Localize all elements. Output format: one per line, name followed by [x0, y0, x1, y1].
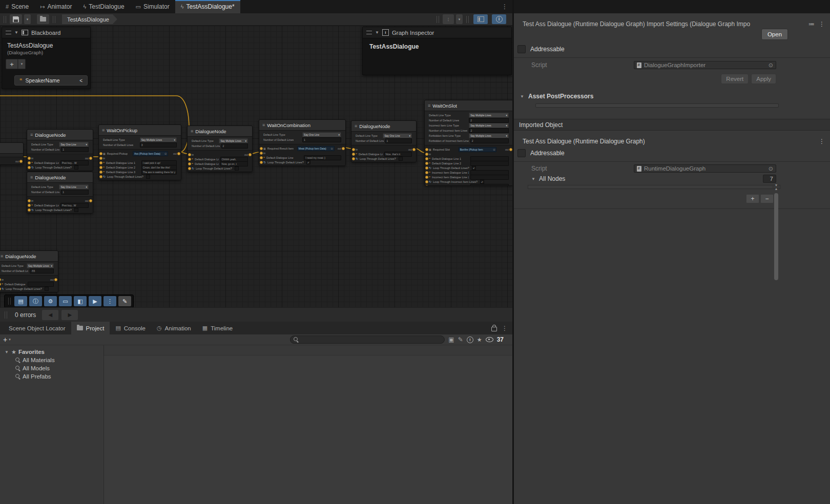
text-field[interactable] — [470, 184, 509, 186]
checkbox[interactable]: ✓ — [472, 166, 476, 170]
output-port[interactable] — [89, 157, 92, 160]
kebab-menu-icon[interactable]: ⋮ — [819, 20, 825, 28]
output-port[interactable] — [54, 278, 57, 281]
all-nodes-count-field[interactable]: 7 — [763, 175, 776, 183]
input-port[interactable] — [188, 162, 191, 165]
checkbox[interactable]: ✓ — [306, 160, 310, 164]
node-title-bar[interactable]: ≡DialogueNode — [351, 121, 416, 132]
node-title-bar[interactable]: ≡StartNode — [0, 143, 23, 154]
show-in-project-button[interactable] — [37, 14, 49, 24]
text-field[interactable]: Psst boy...W — [60, 203, 89, 208]
text-field[interactable]: Psst boy... W — [60, 160, 89, 165]
input-port[interactable] — [260, 152, 263, 155]
number-field[interactable]: 1 — [385, 138, 412, 143]
input-port[interactable] — [99, 166, 102, 169]
output-port[interactable] — [412, 148, 416, 151]
node-title-bar[interactable]: ≡DialogueNode — [0, 251, 58, 262]
graph-node-dialoguenode[interactable]: ≡DialogueNodeDefault Line TypeSay Multip… — [0, 250, 58, 292]
favorite-star-icon[interactable]: ★ — [477, 337, 482, 343]
revert-button[interactable]: Revert — [721, 74, 749, 84]
dropdown-field[interactable]: Say Multiple Lines▾ — [140, 137, 177, 142]
open-asset-button[interactable]: Open — [761, 29, 788, 40]
layout-icon[interactable]: ◧ — [74, 296, 87, 306]
asset-edit-icon[interactable]: ✎ — [458, 336, 463, 343]
graph-node-dialoguenode[interactable]: ≡DialogueNodeDefault Line TypeSay One Li… — [351, 120, 417, 162]
input-port[interactable] — [188, 167, 191, 170]
addressable-checkbox[interactable] — [517, 45, 526, 53]
kebab-menu-icon[interactable]: ⋮ — [819, 138, 825, 145]
collapse-chevron-icon[interactable]: < — [79, 78, 82, 83]
text-field[interactable]: I need my meat :) — [304, 155, 341, 160]
input-port[interactable] — [0, 278, 1, 281]
editor-tab-animator[interactable]: ↦Animator — [34, 0, 77, 13]
graph-inspector-header[interactable]: ▼ i Graph Inspector — [363, 27, 511, 38]
output-port[interactable] — [19, 160, 23, 163]
window-icon[interactable]: ▭ — [59, 296, 72, 306]
checkbox[interactable]: ✓ — [480, 180, 484, 184]
add-property-button[interactable]: + — [6, 59, 18, 69]
text-field[interactable]: Now, go on, t — [220, 161, 248, 166]
bottom-tab-timeline[interactable]: ▦Timeline — [197, 322, 238, 334]
console-log-icon[interactable]: ▤ — [14, 296, 27, 306]
addressable-checkbox[interactable] — [517, 149, 526, 157]
bottom-tab-console[interactable]: ▤Console — [110, 322, 151, 334]
editor-tab-simulator[interactable]: ▭Simulator — [130, 0, 175, 13]
input-port[interactable] — [352, 157, 355, 160]
bottom-tab-animation[interactable]: ◷Animation — [151, 322, 197, 334]
checkbox[interactable] — [45, 287, 49, 291]
open-in-grid-icon[interactable]: ▣ — [448, 336, 454, 343]
graph-node-dialoguenode[interactable]: ≡DialogueNodeDefault Line TypeSay Multip… — [187, 125, 253, 172]
collapse-arrow-icon[interactable]: ▼ — [375, 30, 379, 35]
object-field[interactable]: Bonfire (Pickup Item⊙ — [459, 147, 497, 152]
create-asset-button[interactable]: + — [3, 335, 7, 344]
object-picker-icon[interactable]: ⊙ — [164, 152, 167, 155]
object-field[interactable]: Meat (Pickup Item Data)⊙ — [297, 146, 335, 151]
input-port[interactable] — [28, 199, 31, 202]
add-property-dropdown[interactable]: ▾ — [18, 59, 26, 69]
input-port[interactable] — [425, 157, 428, 160]
play-icon[interactable]: ▶ — [89, 296, 101, 306]
graph-node-waitonpickup[interactable]: ≡WaitOnPickupDefault Line TypeSay Multip… — [98, 124, 181, 180]
input-port[interactable] — [99, 157, 102, 160]
add-element-button[interactable]: + — [746, 194, 759, 203]
input-port[interactable] — [28, 166, 31, 169]
node-title-bar[interactable]: ≡DialogueNode — [27, 172, 93, 183]
number-field[interactable]: 1 — [302, 137, 341, 142]
node-title-bar[interactable]: ≡DialogueNode — [188, 126, 252, 137]
input-port[interactable] — [188, 153, 191, 156]
node-title-bar[interactable]: ≡DialogueNode — [27, 130, 93, 140]
save-button[interactable] — [10, 14, 22, 24]
all-nodes-row[interactable]: ▼All Nodes 7 — [514, 174, 830, 184]
object-picker-icon[interactable]: ⊙ — [330, 147, 333, 150]
next-error-button[interactable]: ▶ — [61, 310, 78, 320]
blackboard-toggle-button[interactable] — [473, 14, 488, 24]
checkbox[interactable] — [399, 157, 403, 161]
input-port[interactable] — [99, 175, 102, 178]
tree-item-all-materials[interactable]: All Materials — [0, 356, 103, 364]
input-port[interactable] — [28, 208, 31, 212]
save-options-dropdown[interactable]: ▾ — [24, 14, 31, 24]
number-field[interactable]: -55 — [30, 268, 54, 274]
blackboard-property-speakername[interactable]: “ SpeakerName < — [14, 75, 88, 86]
dropdown-field[interactable]: Say Multiple Lines▾ — [469, 123, 509, 128]
apply-button[interactable]: Apply — [751, 74, 776, 84]
nodes-scrollbar[interactable]: ▲ ▼ — [773, 186, 779, 188]
previous-error-button[interactable]: ◀ — [42, 310, 58, 320]
dropdown-field[interactable]: Say One Line▾ — [59, 142, 89, 147]
object-picker-icon[interactable]: ⊙ — [769, 62, 773, 69]
input-port[interactable] — [425, 162, 428, 165]
input-port[interactable] — [260, 147, 263, 150]
create-asset-dropdown-icon[interactable]: ▾ — [9, 338, 11, 342]
number-field[interactable]: 2 — [470, 138, 509, 143]
tools-icon[interactable]: ⚙ — [44, 296, 57, 306]
toolbar-grip[interactable] — [4, 16, 6, 23]
scrollbar-thumb[interactable] — [774, 193, 778, 280]
text-field[interactable] — [28, 282, 54, 287]
input-port[interactable] — [352, 148, 355, 151]
breadcrumb[interactable]: TestAssDialogue — [62, 14, 117, 24]
dropdown-field[interactable]: Say One Line▾ — [59, 184, 89, 190]
toolbar-more-button[interactable]: ⋮ — [443, 14, 454, 24]
node-title-bar[interactable]: ≡WaitOnPickup — [99, 125, 181, 136]
input-port[interactable] — [28, 161, 31, 164]
remove-element-button[interactable]: − — [760, 194, 774, 203]
